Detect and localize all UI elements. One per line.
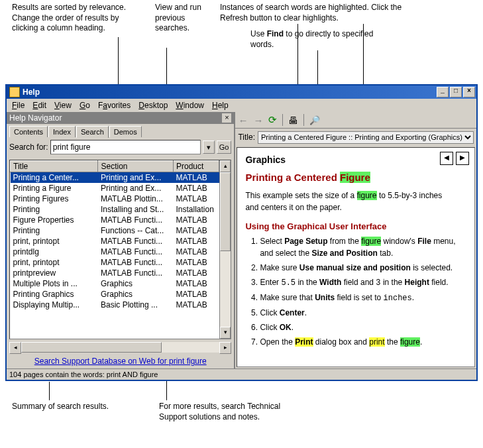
- scroll-right-icon[interactable]: ▸: [219, 342, 231, 354]
- annotation-support: For more results, search Technical Suppo…: [159, 402, 305, 422]
- toolbar-divider: [303, 114, 304, 126]
- annotation-sort: Results are sorted by relevance. Change …: [12, 3, 144, 34]
- navigator-title: Help Navigator: [9, 113, 62, 123]
- support-database-link[interactable]: Search Support Database on Web for print…: [34, 357, 207, 366]
- support-link-area: Search Support Database on Web for print…: [7, 354, 234, 368]
- doc-content: ◄ ► Graphics Printing a Centered Figure …: [237, 147, 475, 367]
- annotation-previous: View and run previous searches.: [155, 3, 208, 34]
- table-row[interactable]: PrintingInstalling and St...Installation: [11, 204, 219, 215]
- table-row[interactable]: print, printoptMATLAB Functi...MATLAB: [11, 236, 219, 247]
- search-label: Search for:: [9, 142, 48, 152]
- menubar: File Edit View Go Favorites Desktop Wind…: [7, 99, 476, 112]
- refresh-icon[interactable]: ⟳: [268, 114, 277, 126]
- col-title[interactable]: Title: [11, 161, 98, 172]
- annotation-summary: Summary of search results.: [12, 402, 118, 412]
- list-item: Enter 5.5 in the Width field and 3 in th…: [260, 276, 456, 289]
- next-page-icon[interactable]: ►: [456, 152, 469, 165]
- titlebar[interactable]: Help _ □ ×: [7, 85, 476, 99]
- list-item: Open the Print dialog box and print the …: [260, 336, 456, 348]
- help-navigator: Help Navigator × Contents Index Search D…: [7, 112, 234, 368]
- menu-go[interactable]: Go: [76, 101, 94, 110]
- scroll-thumb[interactable]: [220, 172, 231, 251]
- menu-window[interactable]: Window: [172, 101, 208, 110]
- menu-desktop[interactable]: Desktop: [134, 101, 172, 110]
- scroll-thumb[interactable]: [21, 342, 162, 353]
- tab-demos[interactable]: Demos: [109, 126, 142, 137]
- list-item: Select Page Setup from the figure window…: [260, 235, 456, 259]
- print-icon[interactable]: 🖶: [288, 115, 298, 126]
- toolbar-divider: [282, 114, 283, 126]
- table-row[interactable]: Printing a FigurePrinting and Ex...MATLA…: [11, 183, 219, 194]
- navigator-tabs: Contents Index Search Demos: [7, 124, 234, 137]
- table-row[interactable]: Printing FiguresMATLAB Plottin...MATLAB: [11, 194, 219, 204]
- doc-subheading: Using the Graphical User Interface: [245, 221, 456, 231]
- doc-heading: Printing a Centered Figure: [245, 172, 456, 183]
- menu-view[interactable]: View: [50, 101, 76, 110]
- scroll-left-icon[interactable]: ◂: [9, 342, 21, 354]
- table-row[interactable]: print, printoptMATLAB Functi...MATLAB: [11, 257, 219, 268]
- scroll-down-icon[interactable]: ▾: [220, 327, 231, 339]
- results-table: Title Section Product Printing a Center.…: [10, 160, 219, 339]
- content-toolbar: ← → ⟳ 🖶 🔎: [235, 112, 476, 129]
- table-row[interactable]: printdlgMATLAB Functi...MATLAB: [11, 247, 219, 257]
- menu-help[interactable]: Help: [208, 101, 233, 110]
- doc-paragraph: This example sets the size of a figure t…: [245, 190, 456, 213]
- navigator-close-button[interactable]: ×: [222, 113, 231, 123]
- close-button[interactable]: ×: [463, 87, 475, 97]
- annotation-highlight: Instances of search words are highlighte…: [220, 3, 419, 23]
- doc-steps: Select Page Setup from the figure window…: [245, 235, 456, 348]
- back-icon[interactable]: ←: [238, 115, 248, 126]
- scroll-up-icon[interactable]: ▴: [220, 160, 231, 172]
- results-vscroll[interactable]: ▴ ▾: [219, 160, 231, 339]
- list-item: Make sure Use manual size and position i…: [260, 262, 456, 274]
- list-item: Click OK.: [260, 321, 456, 333]
- maximize-button[interactable]: □: [450, 87, 462, 97]
- table-row[interactable]: printpreviewMATLAB Functi...MATLAB: [11, 268, 219, 278]
- results-hscroll[interactable]: ◂ ▸: [9, 342, 231, 353]
- table-row[interactable]: PrintingFunctions -- Cat...MATLAB: [11, 225, 219, 236]
- doc-section: Graphics: [245, 154, 456, 165]
- search-input[interactable]: [50, 140, 201, 154]
- table-row[interactable]: Printing GraphicsGraphicsMATLAB: [11, 289, 219, 300]
- page-title-select[interactable]: Printing a Centered Figure :: Printing a…: [258, 131, 474, 144]
- navigator-header: Help Navigator ×: [7, 112, 234, 124]
- title-label: Title:: [238, 133, 255, 142]
- status-bar: 104 pages contain the words: print AND f…: [7, 368, 476, 380]
- menu-file[interactable]: File: [8, 101, 28, 110]
- window-title: Help: [23, 87, 40, 97]
- prev-page-icon[interactable]: ◄: [440, 152, 453, 165]
- col-product[interactable]: Product: [174, 161, 219, 172]
- tab-contents[interactable]: Contents: [9, 126, 48, 137]
- tab-search[interactable]: Search: [76, 126, 109, 138]
- forward-icon[interactable]: →: [253, 115, 263, 126]
- minimize-button[interactable]: _: [437, 87, 449, 97]
- menu-favorites[interactable]: Favorites: [94, 101, 134, 110]
- content-pane: ← → ⟳ 🖶 🔎 Title: Printing a Centered Fig…: [234, 112, 476, 368]
- go-button[interactable]: Go: [217, 140, 232, 154]
- table-row[interactable]: Displaying Multip...Basic Plotting ...MA…: [11, 300, 219, 310]
- help-window: Help _ □ × File Edit View Go Favorites D…: [5, 84, 478, 381]
- table-row[interactable]: Multiple Plots in ...GraphicsMATLAB: [11, 278, 219, 289]
- tab-index[interactable]: Index: [48, 126, 76, 137]
- app-icon: [9, 87, 20, 97]
- list-item: Click Center.: [260, 307, 456, 319]
- list-item: Make sure that Units field is set to inc…: [260, 292, 456, 304]
- find-icon[interactable]: 🔎: [309, 115, 320, 125]
- search-history-dropdown[interactable]: ▾: [203, 140, 215, 154]
- table-row[interactable]: Printing a Center...Printing and Ex...MA…: [11, 172, 219, 184]
- menu-edit[interactable]: Edit: [28, 101, 50, 110]
- col-section[interactable]: Section: [98, 161, 174, 172]
- table-row[interactable]: Figure PropertiesMATLAB Functi...MATLAB: [11, 215, 219, 225]
